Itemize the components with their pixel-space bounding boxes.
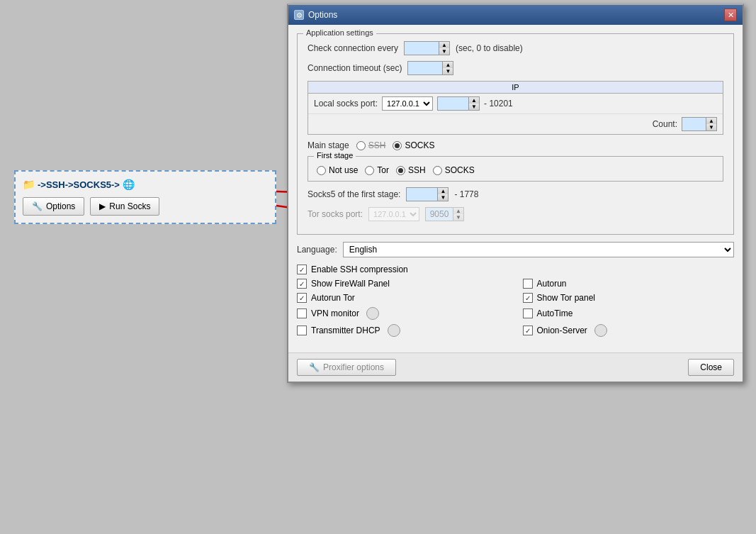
check-transmitter-dhcp[interactable]: Transmitter DHCP xyxy=(297,324,509,337)
conn-timeout-row: Connection timeout (sec) 20 ▲ ▼ xyxy=(308,61,723,75)
language-row: Language: English xyxy=(297,242,734,257)
conn-timeout-label: Connection timeout (sec) xyxy=(308,63,402,73)
autorun-tor-checkbox[interactable]: ✓ xyxy=(297,293,307,303)
first-stage-radio-group: Not use Tor SSH SOCKS xyxy=(317,165,714,175)
local-socks-port-input[interactable]: 10200 xyxy=(437,96,469,111)
conn-timeout-up[interactable]: ▲ xyxy=(443,62,453,68)
main-stage-ssh-label: SSH xyxy=(368,140,386,150)
tor-socks-port-arrows: ▲ ▼ xyxy=(453,207,464,221)
autorun-checkbox[interactable] xyxy=(523,279,533,289)
check-conn-input[interactable]: 10 xyxy=(404,41,439,55)
dialog-icon: ⚙ xyxy=(294,10,304,20)
first-stage-title: First stage xyxy=(314,151,356,160)
vpn-monitor-circle[interactable] xyxy=(366,307,379,320)
socks5-up[interactable]: ▲ xyxy=(438,188,448,194)
options-dialog: ⚙ Options ✕ Application settings Check c… xyxy=(287,4,744,383)
transmitter-dhcp-circle[interactable] xyxy=(388,324,400,337)
main-stage-ssh-radio[interactable]: SSH xyxy=(356,140,386,150)
main-stage-socks-radio[interactable]: SOCKS xyxy=(393,140,434,150)
dialog-title: Options xyxy=(308,10,337,20)
vpn-monitor-checkbox[interactable] xyxy=(297,308,307,318)
show-firewall-checkbox[interactable]: ✓ xyxy=(297,279,307,289)
check-autorun[interactable]: Autorun xyxy=(523,279,735,289)
local-socks-row: Local socks port: 127.0.0.1 10200 ▲ ▼ - … xyxy=(308,94,723,113)
check-conn-suffix: (sec, 0 to disable) xyxy=(456,43,523,53)
folder-icon: 📁 xyxy=(23,179,35,190)
conn-timeout-down[interactable]: ▼ xyxy=(443,68,453,74)
check-vpn-monitor[interactable]: VPN monitor xyxy=(297,307,509,320)
check-conn-down[interactable]: ▼ xyxy=(439,48,449,55)
first-stage-socks-radio[interactable]: SOCKS xyxy=(433,165,475,175)
socks5-spinner: 1777 ▲ ▼ xyxy=(406,187,448,201)
dialog-titlebar: ⚙ Options ✕ xyxy=(288,5,743,25)
first-stage-box: First stage Not use Tor SSH xyxy=(308,156,723,182)
first-stage-ssh-label: SSH xyxy=(408,165,426,175)
main-stage-socks-label: SOCKS xyxy=(405,140,434,150)
check-autotime[interactable]: AutoTime xyxy=(523,307,735,320)
check-conn-up[interactable]: ▲ xyxy=(439,42,449,48)
ssh-widget: 📁 ->SSH->SOCKS5-> 🌐 🔧 Options ▶ Run Sock… xyxy=(14,170,276,224)
dialog-close-button[interactable]: ✕ xyxy=(724,9,737,21)
proxifier-options-button[interactable]: 🔧 Proxifier options xyxy=(297,359,396,376)
check-conn-arrows: ▲ ▼ xyxy=(439,41,450,55)
count-row: Count: 1 ▲ ▼ xyxy=(308,113,723,134)
close-button[interactable]: Close xyxy=(688,359,734,376)
onion-server-circle[interactable] xyxy=(594,324,607,337)
first-stage-notuse-radio[interactable]: Not use xyxy=(317,165,358,175)
first-stage-ssh-circle xyxy=(396,166,405,175)
autotime-checkbox[interactable] xyxy=(523,308,533,318)
local-socks-port-up[interactable]: ▲ xyxy=(469,97,479,104)
autorun-label: Autorun xyxy=(537,279,567,289)
check-show-tor[interactable]: ✓ Show Tor panel xyxy=(523,293,735,303)
first-stage-tor-radio[interactable]: Tor xyxy=(365,165,389,175)
count-input[interactable]: 1 xyxy=(682,117,706,131)
local-socks-suffix: - 10201 xyxy=(484,99,513,109)
check-onion-server[interactable]: ✓ Onion-Server xyxy=(523,324,735,337)
vpn-monitor-label: VPN monitor xyxy=(311,308,359,318)
count-up[interactable]: ▲ xyxy=(706,118,716,124)
check-conn-spinner: 10 ▲ ▼ xyxy=(404,41,450,55)
main-stage-ssh-circle xyxy=(356,141,366,150)
onion-server-checkbox[interactable]: ✓ xyxy=(523,326,533,335)
proxifier-label: Proxifier options xyxy=(323,362,384,372)
transmitter-dhcp-label: Transmitter DHCP xyxy=(311,326,380,335)
show-tor-label: Show Tor panel xyxy=(537,293,596,303)
count-down[interactable]: ▼ xyxy=(706,124,716,130)
ssh-compression-label: Enable SSH compression xyxy=(311,265,408,274)
conn-timeout-arrows: ▲ ▼ xyxy=(443,61,453,75)
first-stage-notuse-label: Not use xyxy=(329,165,358,175)
ssh-compression-checkbox[interactable]: ✓ xyxy=(297,265,307,274)
first-stage-socks-label: SOCKS xyxy=(445,165,475,175)
local-socks-port-spinner: 10200 ▲ ▼ xyxy=(437,96,480,111)
socks5-input[interactable]: 1777 xyxy=(406,187,438,201)
language-label: Language: xyxy=(297,245,337,255)
run-socks-button[interactable]: ▶ Run Socks xyxy=(90,197,159,216)
ip-section: IP Local socks port: 127.0.0.1 10200 ▲ ▼… xyxy=(308,81,723,135)
local-socks-port-down[interactable]: ▼ xyxy=(469,104,479,110)
tor-socks-port-spinner: ▲ ▼ xyxy=(425,207,464,221)
show-firewall-label: Show FireWall Panel xyxy=(311,279,390,289)
ssh-buttons: 🔧 Options ▶ Run Socks xyxy=(23,197,268,216)
check-ssh-compression[interactable]: ✓ Enable SSH compression xyxy=(297,265,509,274)
onion-server-label: Onion-Server xyxy=(537,326,587,335)
check-autorun-tor[interactable]: ✓ Autorun Tor xyxy=(297,293,509,303)
main-stage-socks-dot xyxy=(395,143,400,148)
conn-timeout-input[interactable]: 20 xyxy=(407,61,443,75)
first-stage-tor-circle xyxy=(365,166,374,175)
transmitter-dhcp-checkbox[interactable] xyxy=(297,326,307,335)
titlebar-left: ⚙ Options xyxy=(294,10,337,20)
local-socks-ip-combo[interactable]: 127.0.0.1 xyxy=(382,96,433,111)
socks5-down[interactable]: ▼ xyxy=(438,194,448,201)
ssh-widget-title: 📁 ->SSH->SOCKS5-> 🌐 xyxy=(23,179,268,190)
show-tor-checkbox[interactable]: ✓ xyxy=(523,293,533,303)
first-stage-ssh-dot xyxy=(398,168,403,173)
language-combo[interactable]: English xyxy=(343,242,734,257)
socks5-row: Socks5 of the first stage: 1777 ▲ ▼ - 17… xyxy=(308,187,723,201)
conn-timeout-spinner: 20 ▲ ▼ xyxy=(407,61,453,75)
options-button[interactable]: 🔧 Options xyxy=(23,197,84,216)
count-label: Count: xyxy=(653,119,677,129)
first-stage-ssh-radio[interactable]: SSH xyxy=(396,165,426,175)
tor-socks-label: Tor socks port: xyxy=(308,209,363,219)
close-label: Close xyxy=(700,362,722,372)
check-show-firewall[interactable]: ✓ Show FireWall Panel xyxy=(297,279,509,289)
